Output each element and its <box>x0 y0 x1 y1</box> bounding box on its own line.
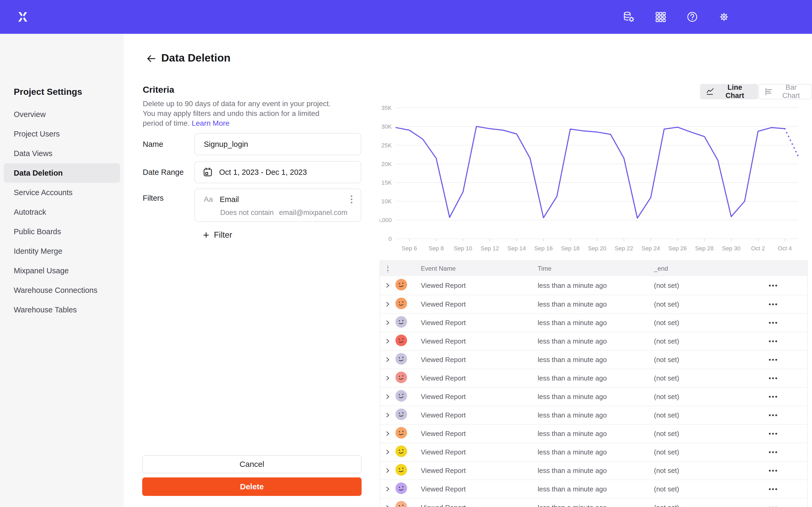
row-actions-ellipsis-icon[interactable]: ••• <box>769 430 778 438</box>
row-expand-chevron-icon[interactable] <box>386 468 390 473</box>
row-actions-ellipsis-icon[interactable]: ••• <box>769 393 778 401</box>
row-actions-ellipsis-icon[interactable]: ••• <box>769 467 778 475</box>
row-actions-ellipsis-icon[interactable]: ••• <box>769 300 778 308</box>
sidebar-item-service-accounts[interactable]: Service Accounts <box>4 183 120 202</box>
row-expand-chevron-icon[interactable] <box>386 357 390 362</box>
row-expand-chevron-icon[interactable] <box>386 320 390 326</box>
time-cell: less than a minute ago <box>531 485 647 493</box>
avatar <box>395 390 407 402</box>
filter-property[interactable]: Email <box>220 195 239 204</box>
column-header-time[interactable]: Time <box>531 265 647 272</box>
row-expand-chevron-icon[interactable] <box>386 394 390 399</box>
event-name-cell[interactable]: Viewed Report <box>414 281 531 290</box>
settings-icon[interactable] <box>718 11 730 23</box>
sidebar-item-mixpanel-usage[interactable]: Mixpanel Usage <box>4 261 120 280</box>
row-actions-ellipsis-icon[interactable]: ••• <box>769 356 778 364</box>
delete-button[interactable]: Delete <box>142 477 362 496</box>
sidebar-item-warehouse-connections[interactable]: Warehouse Connections <box>4 280 120 300</box>
add-filter-label: Filter <box>214 230 232 240</box>
filter-operator[interactable]: Does not contain <box>220 209 274 217</box>
event-name-cell[interactable]: Viewed Report <box>414 467 531 475</box>
end-cell: (not set) <box>647 485 753 493</box>
row-expand-chevron-icon[interactable] <box>386 431 390 437</box>
svg-text:Sep 28: Sep 28 <box>695 245 714 251</box>
avatar <box>395 316 407 328</box>
row-expand-chevron-icon[interactable] <box>386 486 390 492</box>
event-name-cell[interactable]: Viewed Report <box>414 300 531 308</box>
table-row: Viewed Reportless than a minute ago(not … <box>380 387 807 406</box>
row-actions-ellipsis-icon[interactable]: ••• <box>769 281 778 290</box>
filter-card[interactable]: Aa Email Does not contain email@mixpanel… <box>194 188 361 222</box>
event-name-cell[interactable]: Viewed Report <box>414 393 531 401</box>
row-expand-chevron-icon[interactable] <box>386 412 390 418</box>
end-cell: (not set) <box>647 430 753 438</box>
row-expand-chevron-icon[interactable] <box>386 375 390 381</box>
string-property-type-icon: Aa <box>204 195 213 204</box>
event-name-cell[interactable]: Viewed Report <box>414 448 531 456</box>
row-actions-ellipsis-icon[interactable]: ••• <box>769 485 778 493</box>
table-row: Viewed Reportless than a minute ago(not … <box>380 461 807 480</box>
apps-grid-icon[interactable] <box>654 11 667 23</box>
sidebar-item-overview[interactable]: Overview <box>4 105 120 124</box>
end-cell: (not set) <box>647 393 753 401</box>
sort-icon[interactable]: ↓↑ <box>380 264 395 273</box>
sidebar-item-data-deletion[interactable]: Data Deletion <box>4 163 120 183</box>
sidebar-item-identity-merge[interactable]: Identity Merge <box>4 241 120 261</box>
cancel-button[interactable]: Cancel <box>142 455 362 473</box>
help-icon[interactable] <box>686 11 698 23</box>
svg-text:15K: 15K <box>382 179 392 186</box>
event-name-cell[interactable]: Viewed Report <box>414 337 531 345</box>
row-expand-chevron-icon[interactable] <box>386 449 390 455</box>
data-management-icon[interactable] <box>623 11 635 23</box>
learn-more-link[interactable]: Learn More <box>192 119 230 127</box>
row-expand-chevron-icon[interactable] <box>386 301 390 307</box>
row-expand-chevron-icon[interactable] <box>386 283 390 288</box>
avatar <box>395 501 407 507</box>
name-input[interactable] <box>195 133 361 155</box>
avatar <box>395 279 407 290</box>
event-name-cell[interactable]: Viewed Report <box>414 319 531 327</box>
row-expand-chevron-icon[interactable] <box>386 505 390 507</box>
event-name-cell[interactable]: Viewed Report <box>414 430 531 438</box>
row-actions-ellipsis-icon[interactable]: ••• <box>769 374 778 382</box>
end-cell: (not set) <box>647 319 753 327</box>
sidebar-item-project-users[interactable]: Project Users <box>4 124 120 144</box>
svg-text:35K: 35K <box>382 105 392 111</box>
filter-options-kebab-icon[interactable] <box>349 194 354 205</box>
avatar <box>395 427 407 439</box>
row-expand-chevron-icon[interactable] <box>386 338 390 344</box>
add-filter-button[interactable]: + Filter <box>203 230 232 240</box>
row-actions-ellipsis-icon[interactable]: ••• <box>769 319 778 327</box>
date-range-picker[interactable]: Oct 1, 2023 - Dec 1, 2023 <box>194 161 361 183</box>
bar-chart-icon <box>765 88 773 96</box>
event-name-cell[interactable]: Viewed Report <box>414 411 531 419</box>
sidebar-item-warehouse-tables[interactable]: Warehouse Tables <box>4 300 120 320</box>
event-name-cell[interactable]: Viewed Report <box>414 504 531 507</box>
time-cell: less than a minute ago <box>531 319 647 327</box>
criteria-description: Delete up to 90 days of data for any eve… <box>143 99 342 128</box>
sidebar-item-autotrack[interactable]: Autotrack <box>4 202 120 222</box>
line-chart-toggle[interactable]: Line Chart <box>700 84 758 99</box>
events-table: ↓↑ Event Name Time _end Viewed Reportles… <box>379 260 808 507</box>
filter-value[interactable]: email@mixpanel.com <box>279 209 348 217</box>
event-name-cell[interactable]: Viewed Report <box>414 356 531 364</box>
plus-icon: + <box>203 230 209 240</box>
sidebar-item-label: Overview <box>14 110 46 119</box>
topbar-icon-group <box>623 0 730 34</box>
column-header-event-name[interactable]: Event Name <box>414 265 531 272</box>
row-actions-ellipsis-icon[interactable]: ••• <box>769 504 778 507</box>
event-name-cell[interactable]: Viewed Report <box>414 485 531 493</box>
back-button[interactable] <box>144 52 158 65</box>
mixpanel-logo[interactable]: X <box>15 9 31 25</box>
bar-chart-toggle[interactable]: Bar Chart <box>759 84 812 99</box>
svg-text:Sep 10: Sep 10 <box>454 245 472 251</box>
time-cell: less than a minute ago <box>531 467 647 475</box>
column-header-end[interactable]: _end <box>647 265 753 272</box>
sidebar-item-data-views[interactable]: Data Views <box>4 144 120 163</box>
row-actions-ellipsis-icon[interactable]: ••• <box>769 411 778 419</box>
sidebar-item-public-boards[interactable]: Public Boards <box>4 222 120 241</box>
row-actions-ellipsis-icon[interactable]: ••• <box>769 337 778 345</box>
row-actions-ellipsis-icon[interactable]: ••• <box>769 448 778 456</box>
event-name-cell[interactable]: Viewed Report <box>414 374 531 382</box>
name-label: Name <box>143 140 163 149</box>
